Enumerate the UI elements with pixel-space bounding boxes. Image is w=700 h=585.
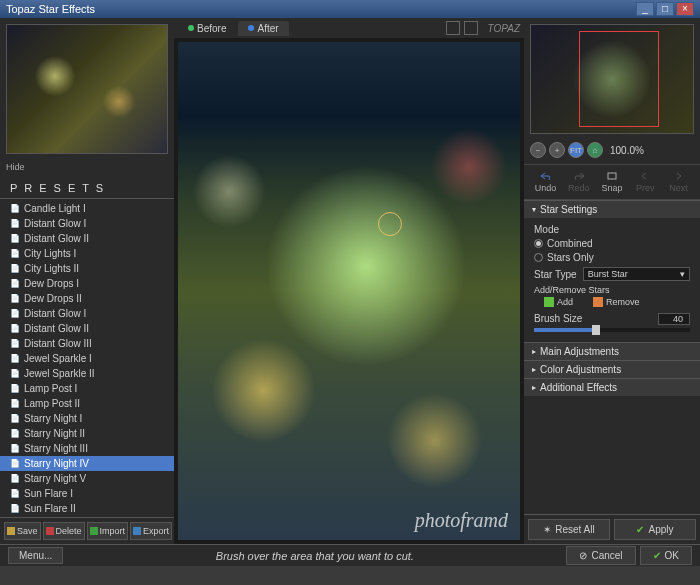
preset-item[interactable]: Jewel Sparkle II <box>0 366 174 381</box>
title-bar: Topaz Star Effects _ □ × <box>0 0 700 18</box>
add-stars-button[interactable]: Add <box>544 297 573 307</box>
mode-combined[interactable]: Combined <box>534 238 690 249</box>
add-remove-label: Add/Remove Stars <box>534 285 690 295</box>
minimize-button[interactable]: _ <box>636 2 654 16</box>
chevron-down-icon: ▾ <box>680 269 685 279</box>
star-type-label: Star Type <box>534 269 577 280</box>
brush-size-slider[interactable] <box>534 328 690 332</box>
maximize-button[interactable]: □ <box>656 2 674 16</box>
zoom-100-icon[interactable]: ⌂ <box>587 142 603 158</box>
tab-after[interactable]: After <box>238 21 288 36</box>
preset-item[interactable]: Dew Drops II <box>0 291 174 306</box>
preset-item[interactable]: Starry Night IV <box>0 456 174 471</box>
center-panel: Before After TOPAZ photoframd <box>174 18 524 544</box>
next-button[interactable]: Next <box>663 169 694 195</box>
preset-item[interactable]: Distant Glow II <box>0 321 174 336</box>
undo-button[interactable]: Undo <box>530 169 561 195</box>
reset-all-button[interactable]: ✶ Reset All <box>528 519 610 540</box>
right-panel: − + FIT ⌂ 100.0% Undo Redo Snap Prev Nex… <box>524 18 700 544</box>
close-button[interactable]: × <box>676 2 694 16</box>
panel-color-adjustments[interactable]: Color Adjustments <box>524 360 700 378</box>
remove-stars-button[interactable]: Remove <box>593 297 640 307</box>
preset-item[interactable]: Dew Drops I <box>0 276 174 291</box>
preset-item[interactable]: Starry Night II <box>0 426 174 441</box>
brand-logo: TOPAZ <box>488 23 520 34</box>
save-button[interactable]: Save <box>4 522 41 540</box>
brush-cursor-icon <box>378 212 402 236</box>
delete-button[interactable]: Delete <box>43 522 85 540</box>
preset-item[interactable]: Lamp Post I <box>0 381 174 396</box>
preset-item[interactable]: Distant Glow I <box>0 216 174 231</box>
presets-header: P R E S E T S <box>0 178 174 199</box>
navigator-thumbnail[interactable] <box>530 24 694 134</box>
preset-item[interactable]: Distant Glow III <box>0 336 174 351</box>
preset-item[interactable]: Sun Flare I <box>0 486 174 501</box>
brush-size-value[interactable]: 40 <box>658 313 690 325</box>
star-settings-body: Mode Combined Stars Only Star Type Burst… <box>524 218 700 342</box>
preset-item[interactable]: Distant Glow I <box>0 306 174 321</box>
preset-item[interactable]: City Lights II <box>0 261 174 276</box>
mode-label: Mode <box>534 224 690 235</box>
preset-item[interactable]: Starry Night V <box>0 471 174 486</box>
view-split-icon[interactable] <box>464 21 478 35</box>
status-text: Brush over the area that you want to cut… <box>63 550 566 562</box>
view-single-icon[interactable] <box>446 21 460 35</box>
prev-button[interactable]: Prev <box>630 169 661 195</box>
navigator-viewport[interactable] <box>579 31 659 127</box>
preset-item[interactable]: Candle Light I <box>0 201 174 216</box>
zoom-in-icon[interactable]: + <box>549 142 565 158</box>
redo-button[interactable]: Redo <box>563 169 594 195</box>
preset-item[interactable]: City Lights I <box>0 246 174 261</box>
star-type-select[interactable]: Burst Star▾ <box>583 267 690 281</box>
menu-button[interactable]: Menu... <box>8 547 63 564</box>
preset-item[interactable]: Jewel Sparkle I <box>0 351 174 366</box>
tab-before[interactable]: Before <box>178 21 236 36</box>
mode-stars-only[interactable]: Stars Only <box>534 252 690 263</box>
hide-button[interactable]: Hide <box>6 162 168 172</box>
cancel-button[interactable]: ⊘ Cancel <box>566 546 635 565</box>
apply-button[interactable]: ✔Apply <box>614 519 696 540</box>
zoom-fit-icon[interactable]: FIT <box>568 142 584 158</box>
svg-rect-0 <box>608 173 616 179</box>
preset-thumbnail <box>6 24 168 154</box>
preset-item[interactable]: Sun Flare II <box>0 501 174 516</box>
preset-item[interactable]: Distant Glow II <box>0 231 174 246</box>
import-button[interactable]: Import <box>87 522 129 540</box>
export-button[interactable]: Export <box>130 522 172 540</box>
left-panel: Hide P R E S E T S Candle Light IDistant… <box>0 18 174 544</box>
ok-button[interactable]: ✔OK <box>640 546 692 565</box>
panel-additional-effects[interactable]: Additional Effects <box>524 378 700 396</box>
preset-item[interactable]: Starry Night I <box>0 411 174 426</box>
panel-main-adjustments[interactable]: Main Adjustments <box>524 342 700 360</box>
zoom-level: 100.0% <box>610 145 644 156</box>
preset-item[interactable]: Lamp Post II <box>0 396 174 411</box>
zoom-out-icon[interactable]: − <box>530 142 546 158</box>
window-title: Topaz Star Effects <box>6 3 95 15</box>
brush-size-label: Brush Size <box>534 313 582 324</box>
watermark: photoframd <box>415 509 508 532</box>
status-bar: Menu... Brush over the area that you wan… <box>0 544 700 566</box>
panel-star-settings[interactable]: Star Settings <box>524 200 700 218</box>
preview-canvas[interactable]: photoframd <box>178 42 520 540</box>
snap-button[interactable]: Snap <box>596 169 627 195</box>
preset-item[interactable]: Starry Night III <box>0 441 174 456</box>
presets-list: Candle Light IDistant Glow IDistant Glow… <box>0 199 174 517</box>
